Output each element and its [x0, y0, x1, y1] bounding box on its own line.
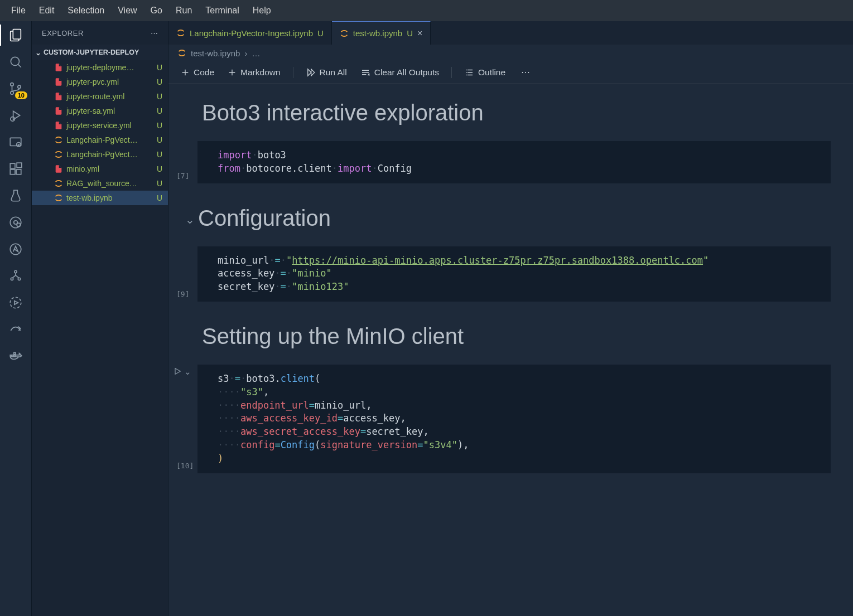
sidebar-title: EXPLORER — [42, 29, 84, 37]
menu-terminal[interactable]: Terminal — [199, 6, 245, 16]
debug-icon[interactable] — [7, 107, 24, 124]
breadcrumb-more: … — [252, 48, 260, 58]
file-row[interactable]: jupyter-route.ymlU — [32, 89, 168, 104]
file-status: U — [157, 179, 162, 188]
sidebar-header: EXPLORER ⋯ — [32, 21, 168, 45]
yaml-file-icon — [54, 77, 63, 86]
yaml-file-icon — [54, 106, 63, 115]
run-all-button[interactable]: Run All — [301, 65, 351, 80]
file-status: U — [157, 121, 162, 130]
docker-icon[interactable] — [7, 348, 24, 365]
menu-go[interactable]: Go — [144, 6, 169, 16]
yaml-file-icon — [54, 63, 63, 72]
svg-point-4 — [18, 85, 21, 88]
file-row[interactable]: jupyter-deployme…U — [32, 60, 168, 75]
code-cell[interactable]: ⌄ [10] s3·=·boto3.client( ····"s3", ····… — [197, 365, 831, 473]
tab-status: U — [407, 28, 413, 38]
git-graph-icon[interactable] — [7, 268, 24, 284]
toolbar-more-icon[interactable]: ⋯ — [517, 65, 534, 80]
add-code-button[interactable]: Code — [176, 65, 219, 80]
file-name: Langchain-PgVect… — [66, 135, 153, 144]
timeline-icon[interactable] — [7, 294, 24, 311]
activity-bar: 10 — [0, 21, 32, 616]
jupyter-icon — [176, 28, 185, 37]
execution-count: [7] — [176, 172, 189, 180]
editor-tab[interactable]: test-wb.ipynbU× — [332, 21, 431, 45]
section-label: CUSTOM-JUPYTER-DEPLOY — [44, 48, 139, 56]
menu-selection[interactable]: Selection — [61, 6, 111, 16]
add-markdown-label: Markdown — [240, 67, 281, 77]
file-status: U — [157, 77, 162, 86]
file-name: jupyter-service.yml — [66, 121, 153, 130]
code-cell[interactable]: [7] import·boto3 from·botocore.client·im… — [197, 141, 831, 183]
svg-rect-0 — [13, 30, 21, 40]
add-code-label: Code — [194, 67, 214, 77]
code-cell[interactable]: [9] minio_url·=·"https://minio-api-minio… — [197, 246, 831, 302]
markdown-cell[interactable]: Setting up the MinIO client — [168, 318, 853, 355]
outline-button[interactable]: Outline — [460, 65, 510, 80]
file-name: jupyter-route.yml — [66, 92, 153, 101]
file-row[interactable]: jupyter-sa.ymlU — [32, 104, 168, 118]
share-icon[interactable] — [7, 321, 24, 338]
file-status: U — [157, 164, 162, 173]
code-block[interactable]: import·boto3 from·botocore.client·import… — [197, 141, 831, 183]
svg-point-14 — [17, 223, 20, 227]
editor-area: Langchain-PgVector-Ingest.ipynbUtest-wb.… — [168, 21, 853, 616]
svg-rect-20 — [11, 355, 13, 357]
breadcrumb[interactable]: test-wb.ipynb › … — [168, 45, 853, 61]
toolbar-separator — [451, 67, 452, 78]
add-markdown-button[interactable]: Markdown — [223, 65, 285, 80]
file-status: U — [157, 135, 162, 144]
yaml-file-icon — [54, 121, 63, 130]
notebook-toolbar: Code Markdown Run All Clear All Outputs … — [168, 61, 853, 84]
file-row[interactable]: test-wb.ipynbU — [32, 191, 168, 205]
file-status: U — [157, 150, 162, 159]
file-status: U — [157, 92, 162, 101]
notebook-content[interactable]: Boto3 interactive exploration [7] import… — [168, 84, 853, 616]
file-name: Langchain-PgVect… — [66, 150, 153, 159]
explorer-icon[interactable] — [7, 27, 24, 43]
code-block[interactable]: s3·=·boto3.client( ····"s3", ····endpoin… — [197, 365, 831, 473]
source-control-icon[interactable]: 10 — [7, 80, 24, 97]
menubar: File Edit Selection View Go Run Terminal… — [0, 0, 853, 21]
fold-icon[interactable]: ⌄ — [185, 213, 195, 226]
file-name: RAG_with_source… — [66, 179, 153, 188]
svg-rect-8 — [10, 163, 15, 168]
search-icon[interactable] — [7, 54, 24, 70]
menu-run[interactable]: Run — [169, 6, 199, 16]
file-row[interactable]: jupyter-pvc.ymlU — [32, 75, 168, 89]
extensions-icon[interactable] — [7, 161, 24, 177]
file-name: jupyter-sa.yml — [66, 106, 153, 115]
sidebar-section[interactable]: ⌄ CUSTOM-JUPYTER-DEPLOY — [32, 45, 168, 60]
jupyter-icon — [54, 179, 63, 188]
menu-file[interactable]: File — [4, 6, 32, 16]
remote-icon[interactable] — [7, 134, 24, 151]
menu-view[interactable]: View — [111, 6, 143, 16]
jupyter-icon — [177, 48, 186, 57]
markdown-cell[interactable]: Boto3 interactive exploration — [168, 95, 853, 131]
testing-icon[interactable] — [7, 187, 24, 204]
heading: ⌄Configuration — [202, 206, 831, 231]
editor-tab[interactable]: Langchain-PgVector-Ingest.ipynbU — [168, 21, 332, 45]
menu-edit[interactable]: Edit — [32, 6, 61, 16]
file-row[interactable]: Langchain-PgVect…U — [32, 147, 168, 162]
chevron-down-icon[interactable]: ⌄ — [184, 367, 191, 377]
svg-point-2 — [11, 83, 13, 86]
menu-help[interactable]: Help — [246, 6, 278, 16]
sidebar-more-icon[interactable]: ⋯ — [151, 29, 158, 37]
kubernetes-icon[interactable] — [7, 214, 24, 231]
close-icon[interactable]: × — [417, 28, 422, 38]
file-row[interactable]: Langchain-PgVect…U — [32, 133, 168, 147]
ansible-icon[interactable] — [7, 241, 24, 258]
file-row[interactable]: RAG_with_source…U — [32, 176, 168, 191]
cell-run-controls[interactable]: ⌄ — [173, 367, 191, 377]
svg-rect-9 — [10, 169, 15, 174]
code-block[interactable]: minio_url·=·"https://minio-api-minio.app… — [197, 246, 831, 302]
chevron-down-icon: ⌄ — [35, 48, 41, 57]
markdown-cell[interactable]: ⌄Configuration — [168, 200, 853, 236]
clear-outputs-button[interactable]: Clear All Outputs — [356, 65, 444, 80]
jupyter-icon — [54, 193, 63, 202]
file-row[interactable]: minio.ymlU — [32, 162, 168, 176]
file-row[interactable]: jupyter-service.ymlU — [32, 118, 168, 133]
execution-count: [10] — [176, 462, 194, 470]
